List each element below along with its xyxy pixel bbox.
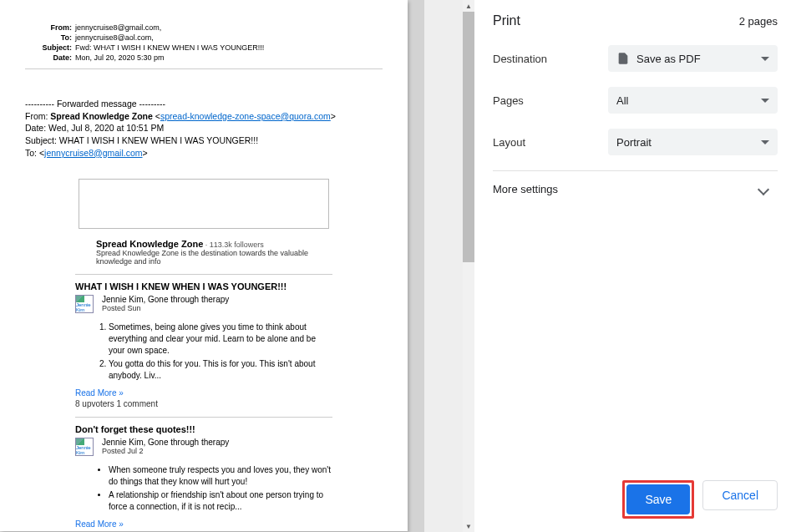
save-highlight-box: Save (622, 480, 694, 519)
from-value: jennycruise8@gmail.com, (75, 23, 161, 32)
profile-avatar (75, 239, 89, 252)
to-label: To: (25, 33, 75, 42)
scrollbar-thumb[interactable] (463, 12, 474, 262)
scroll-up-arrow-icon[interactable]: ▲ (463, 0, 474, 12)
fwd-subject: Subject: WHAT I WISH I KNEW WHEN I WAS Y… (25, 134, 383, 147)
print-sidebar: Print 2 pages Destination Save as PDF Pa… (474, 0, 791, 532)
layout-value: Portrait (616, 136, 652, 149)
post1-author: Jennie Kim, Gone through therapy (102, 295, 229, 304)
layout-dropdown[interactable]: Portrait (608, 129, 778, 155)
fwd-to-label: To: < (25, 148, 44, 158)
post1-item2: You gotta do this for you. This is for y… (109, 358, 332, 382)
destination-value: Save as PDF (636, 53, 701, 65)
from-label: From: (25, 23, 75, 32)
fwd-divider: ---------- Forwarded message --------- (25, 98, 383, 110)
fwd-from-name: Spread Knowledge Zone (50, 111, 153, 121)
scrollbar-track[interactable]: ▲ ▼ (463, 0, 474, 532)
scroll-down-arrow-icon[interactable]: ▼ (463, 520, 474, 532)
profile-name: Spread Knowledge Zone (96, 239, 203, 249)
forwarded-block: ---------- Forwarded message --------- F… (25, 98, 383, 159)
post1-title: WHAT I WISH I KNEW WHEN I WAS YOUNGER!!! (75, 281, 332, 291)
post2-posted: Posted Jul 2 (102, 447, 229, 455)
preview-gutter: ▲ ▼ (424, 0, 474, 532)
date-value: Mon, Jul 20, 2020 5:30 pm (75, 53, 165, 62)
more-settings-toggle[interactable]: More settings (493, 170, 778, 207)
chevron-down-icon (758, 183, 769, 195)
pages-value: All (616, 94, 628, 107)
post2-title: Don't forget these quotes!!! (75, 424, 332, 434)
author-image-icon: Jennie Kim (75, 295, 94, 313)
post1-readmore: Read More » (75, 388, 332, 398)
post2-author: Jennie Kim, Gone through therapy (102, 438, 229, 447)
pdf-icon (616, 52, 630, 65)
sidebar-title: Print (493, 13, 520, 28)
chevron-down-icon (761, 140, 769, 144)
fwd-date: Date: Wed, Jul 8, 2020 at 10:51 PM (25, 122, 383, 134)
to-value: jennycruise8@aol.com, (75, 33, 154, 42)
profile-desc: Spread Knowledge Zone is the destination… (96, 249, 332, 266)
post1-item1: Sometimes, being alone gives you time to… (109, 322, 332, 357)
post2-item2: A relationship or friendship isn't about… (109, 489, 332, 513)
more-settings-label: More settings (493, 183, 558, 195)
fwd-from-label: From: (25, 111, 50, 121)
author-image-icon: Jennie Kim (75, 438, 94, 456)
pages-label: Pages (493, 94, 608, 107)
pages-dropdown[interactable]: All (608, 87, 778, 114)
fwd-to-close: > (143, 148, 148, 158)
date-label: Date: (25, 53, 75, 62)
fwd-to-email: jennycruise8@gmail.com (44, 148, 142, 158)
chevron-down-icon (761, 57, 769, 61)
preview-page: From: jennycruise8@gmail.com, To: jennyc… (0, 0, 408, 531)
post2-readmore: Read More » (75, 519, 332, 529)
chevron-down-icon (761, 99, 769, 103)
pages-count: 2 pages (739, 15, 778, 28)
destination-label: Destination (493, 53, 608, 65)
fwd-from-email: spread-knowledge-zone-space@quora.com (160, 111, 331, 121)
post1-posted: Posted Sun (102, 304, 229, 312)
profile-followers: · 113.3k followers (203, 241, 264, 249)
subject-value: Fwd: WHAT I WISH I KNEW WHEN I WAS YOUNG… (75, 43, 264, 52)
save-button[interactable]: Save (626, 484, 690, 514)
cancel-button[interactable]: Cancel (702, 480, 778, 510)
preview-area: From: jennycruise8@gmail.com, To: jennyc… (0, 0, 474, 532)
subject-label: Subject: (25, 43, 75, 52)
layout-label: Layout (493, 136, 608, 149)
image-box (79, 179, 329, 229)
destination-dropdown[interactable]: Save as PDF (608, 45, 778, 72)
post1-stats: 8 upvoters 1 comment (75, 399, 332, 408)
post2-stats: 10 upvoters 0 comments (75, 530, 332, 531)
post2-item1: When someone truly respects you and love… (109, 464, 332, 488)
